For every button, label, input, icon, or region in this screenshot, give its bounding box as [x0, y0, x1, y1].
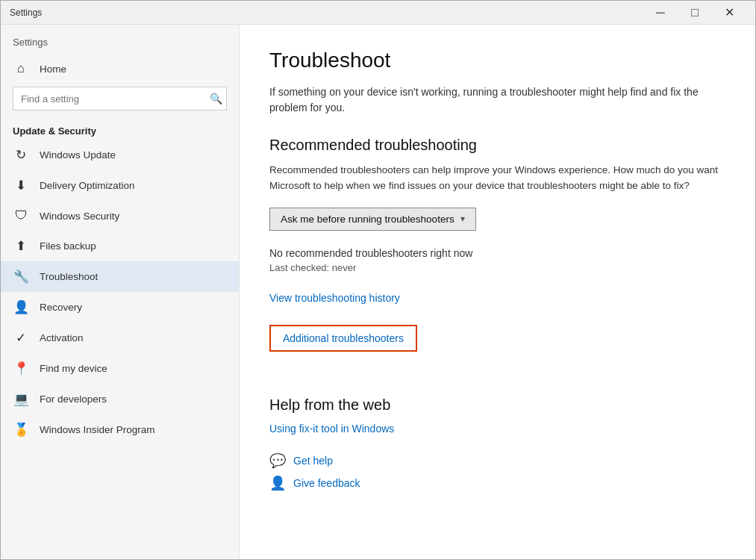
sidebar-item-troubleshoot[interactable]: 🔧 Troubleshoot: [1, 261, 239, 292]
app-title: Settings: [1, 25, 239, 54]
sidebar-item-windows-insider-label: Windows Insider Program: [40, 424, 155, 435]
sidebar-item-files-backup-label: Files backup: [40, 240, 96, 252]
page-description: If something on your device isn't workin…: [269, 84, 725, 116]
help-section-title: Help from the web: [269, 396, 725, 414]
give-feedback-row: 👤 Give feedback: [269, 475, 725, 491]
give-feedback-icon: 👤: [269, 475, 286, 491]
windows-insider-icon: 🏅: [13, 422, 29, 438]
maximize-button[interactable]: □: [678, 1, 712, 25]
find-my-device-icon: 📍: [13, 361, 29, 376]
sidebar-item-find-my-device[interactable]: 📍 Find my device: [1, 353, 239, 384]
troubleshooter-dropdown[interactable]: Ask me before running troubleshooters ▾: [269, 208, 476, 231]
sidebar: Settings ⌂ Home 🔍 Update & Security ↻ Wi…: [1, 25, 240, 559]
windows-security-icon: 🛡: [13, 208, 29, 223]
recovery-icon: 👤: [13, 299, 29, 315]
view-history-link[interactable]: View troubleshooting history: [269, 292, 400, 304]
search-icon-button[interactable]: 🔍: [210, 93, 222, 105]
activation-icon: ✓: [13, 330, 29, 346]
dropdown-label: Ask me before running troubleshooters: [281, 214, 454, 225]
sidebar-item-activation-label: Activation: [40, 332, 84, 343]
get-help-icon: 💬: [269, 452, 286, 469]
troubleshoot-icon: 🔧: [13, 269, 29, 284]
recommended-section-desc: Recommended troubleshooters can help imp…: [269, 163, 725, 194]
sidebar-item-troubleshoot-label: Troubleshoot: [40, 271, 98, 282]
main-content: Troubleshoot If something on your device…: [240, 25, 755, 559]
close-button[interactable]: ✕: [712, 1, 746, 25]
titlebar: Settings ─ □ ✕: [1, 1, 755, 25]
sidebar-search-container: 🔍: [13, 87, 227, 111]
give-feedback-link[interactable]: Give feedback: [293, 477, 360, 489]
sidebar-item-find-my-device-label: Find my device: [40, 363, 107, 374]
sidebar-item-windows-security-label: Windows Security: [40, 211, 119, 222]
minimize-button[interactable]: ─: [643, 1, 678, 25]
no-troubleshooters-text: No recommended troubleshooters right now: [269, 247, 725, 259]
get-help-link[interactable]: Get help: [293, 455, 333, 467]
sidebar-item-windows-security[interactable]: 🛡 Windows Security: [1, 201, 239, 231]
sidebar-item-delivery-optimization-label: Delivery Optimization: [40, 180, 135, 191]
sidebar-item-for-developers[interactable]: 💻 For developers: [1, 384, 239, 414]
window-content: Settings ⌂ Home 🔍 Update & Security ↻ Wi…: [1, 25, 755, 559]
page-title: Troubleshoot: [269, 49, 725, 72]
additional-troubleshooters-link[interactable]: Additional troubleshooters: [269, 325, 417, 352]
windows-update-icon: ↻: [13, 147, 29, 163]
sidebar-item-recovery-label: Recovery: [40, 302, 82, 313]
get-help-row: 💬 Get help: [269, 452, 725, 469]
titlebar-title: Settings: [10, 7, 643, 18]
sidebar-item-windows-insider[interactable]: 🏅 Windows Insider Program: [1, 414, 239, 445]
sidebar-item-windows-update-label: Windows Update: [40, 149, 116, 161]
sidebar-item-for-developers-label: For developers: [40, 393, 107, 405]
web-help-link[interactable]: Using fix-it tool in Windows: [269, 423, 725, 435]
for-developers-icon: 💻: [13, 391, 29, 407]
settings-window: Settings ─ □ ✕ Settings ⌂ Home 🔍 Update …: [0, 0, 756, 560]
sidebar-section-title: Update & Security: [1, 119, 239, 140]
sidebar-item-home[interactable]: ⌂ Home: [1, 54, 239, 84]
recommended-section-title: Recommended troubleshooting: [269, 137, 725, 154]
sidebar-item-files-backup[interactable]: ⬆ Files backup: [1, 231, 239, 261]
sidebar-item-recovery[interactable]: 👤 Recovery: [1, 292, 239, 323]
sidebar-item-activation[interactable]: ✓ Activation: [1, 323, 239, 353]
sidebar-item-windows-update[interactable]: ↻ Windows Update: [1, 140, 239, 170]
files-backup-icon: ⬆: [13, 238, 29, 254]
sidebar-item-delivery-optimization[interactable]: ⬇ Delivery Optimization: [1, 170, 239, 201]
search-input[interactable]: [13, 87, 227, 111]
sidebar-item-home-label: Home: [40, 63, 66, 75]
titlebar-controls: ─ □ ✕: [643, 1, 746, 25]
dropdown-arrow-icon: ▾: [460, 214, 465, 224]
last-checked-text: Last checked: never: [269, 262, 725, 273]
home-icon: ⌂: [13, 61, 29, 76]
delivery-optimization-icon: ⬇: [13, 178, 29, 193]
